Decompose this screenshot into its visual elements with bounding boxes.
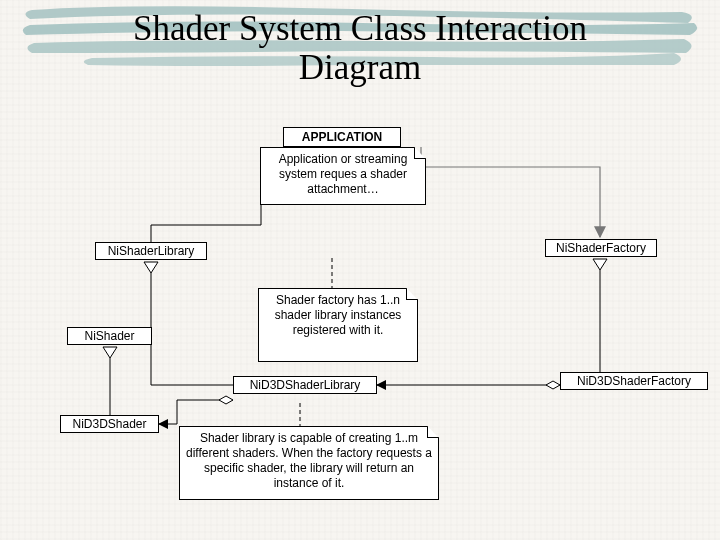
dog-ear-icon xyxy=(427,426,439,438)
note-factory-text: Shader factory has 1..n shader library i… xyxy=(275,293,402,337)
class-application: APPLICATION xyxy=(283,127,401,147)
note-application: Application or streaming system reques a… xyxy=(260,147,426,205)
class-nid3dshader: NiD3DShader xyxy=(60,415,159,433)
dog-ear-icon xyxy=(414,147,426,159)
note-application-text: Application or streaming system reques a… xyxy=(279,152,408,196)
class-nishader: NiShader xyxy=(67,327,152,345)
note-factory: Shader factory has 1..n shader library i… xyxy=(258,288,418,362)
class-nishaderfactory: NiShaderFactory xyxy=(545,239,657,257)
dog-ear-icon xyxy=(406,288,418,300)
class-nid3dshaderlibrary: NiD3DShaderLibrary xyxy=(233,376,377,394)
diagram-canvas: APPLICATION NiShaderLibrary NiShaderFact… xyxy=(0,0,720,540)
class-nishaderlibrary: NiShaderLibrary xyxy=(95,242,207,260)
class-nid3dshaderfactory: NiD3DShaderFactory xyxy=(560,372,708,390)
note-library-text: Shader library is capable of creating 1.… xyxy=(186,431,432,490)
note-library: Shader library is capable of creating 1.… xyxy=(179,426,439,500)
